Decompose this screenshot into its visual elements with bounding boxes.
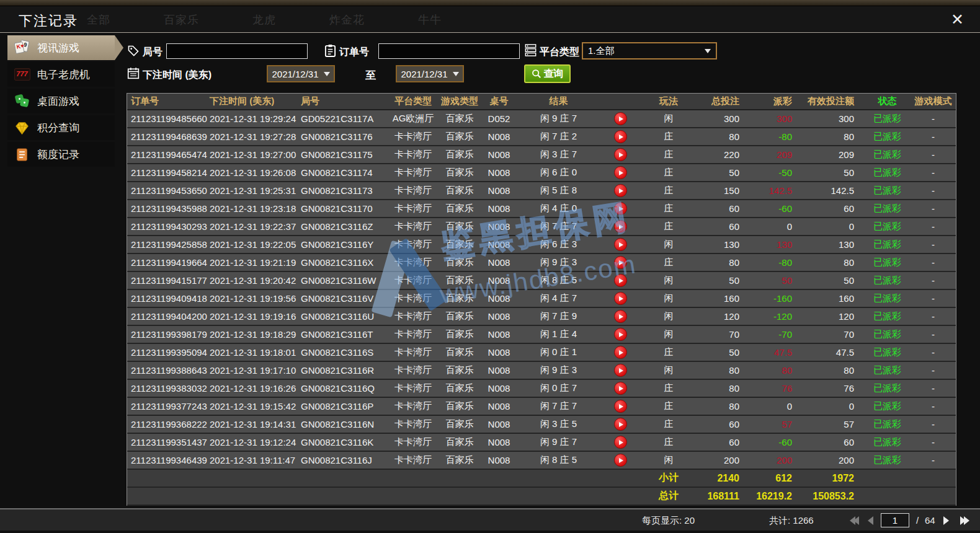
cell-payout: -70 bbox=[778, 329, 802, 340]
play-video-icon[interactable] bbox=[614, 220, 627, 233]
play-video-icon[interactable] bbox=[614, 382, 627, 395]
sidebar-item-table-games[interactable]: 桌面游戏 bbox=[7, 89, 115, 113]
play-video-icon[interactable] bbox=[614, 112, 627, 125]
cell-valid: 142.5 bbox=[831, 185, 864, 196]
chevron-down-icon bbox=[453, 72, 459, 76]
cell-game: 百家乐 bbox=[446, 364, 474, 376]
cell-result: 闲 9 庄 3 bbox=[540, 364, 577, 376]
cell-order: 211231199453650 bbox=[127, 185, 207, 196]
play-video-icon[interactable] bbox=[614, 418, 627, 431]
play-video-icon[interactable] bbox=[614, 310, 627, 323]
play-video-icon[interactable] bbox=[614, 256, 627, 269]
subtotal-bet: 2140 bbox=[717, 473, 749, 484]
table-row: 2112311993772432021-12-31 19:15:42GN0082… bbox=[127, 398, 956, 416]
cell-platform: 卡卡湾厅 bbox=[394, 275, 432, 286]
cell-time: 2021-12-31 19:26:08 bbox=[208, 167, 296, 178]
round-number-input[interactable] bbox=[166, 43, 308, 59]
cell-status: 已派彩 bbox=[873, 382, 901, 394]
table-row: 2112311993950942021-12-31 19:18:01GN0082… bbox=[127, 344, 956, 362]
cell-game: 百家乐 bbox=[446, 185, 474, 196]
search-button[interactable]: 查询 bbox=[524, 64, 571, 83]
cell-payout: -80 bbox=[778, 131, 802, 142]
order-number-input[interactable] bbox=[378, 43, 520, 59]
header-bet: 总投注 bbox=[711, 95, 749, 107]
cell-play bbox=[614, 328, 627, 341]
cell-round: GN00821C3116Z bbox=[298, 221, 373, 232]
sidebar-item-points-query[interactable]: 积分查询 bbox=[7, 115, 115, 140]
cell-game: 百家乐 bbox=[446, 311, 474, 322]
cell-status: 已派彩 bbox=[873, 131, 901, 143]
page-number-input[interactable] bbox=[881, 513, 909, 527]
sidebar-item-slot-machines[interactable]: 777电子老虎机 bbox=[7, 62, 115, 87]
cell-status: 已派彩 bbox=[873, 293, 901, 304]
cell-mode: - bbox=[932, 257, 935, 268]
play-video-icon[interactable] bbox=[614, 202, 627, 215]
cell-status: 已派彩 bbox=[873, 364, 901, 376]
cell-order: 211231199435988 bbox=[127, 203, 207, 214]
first-page-icon[interactable] bbox=[850, 516, 859, 525]
cell-table_no: N008 bbox=[488, 131, 510, 142]
cell-mode: - bbox=[932, 383, 935, 394]
play-video-icon[interactable] bbox=[614, 184, 627, 197]
play-video-icon[interactable] bbox=[614, 148, 627, 161]
sidebar-item-video-games[interactable]: 9K♥视讯游戏 bbox=[7, 35, 115, 60]
play-video-icon[interactable] bbox=[614, 454, 627, 467]
cell-playtype: 庄 bbox=[664, 203, 674, 214]
cell-valid: 300 bbox=[839, 113, 864, 124]
play-video-icon[interactable] bbox=[614, 166, 627, 179]
prev-page-icon[interactable] bbox=[868, 516, 873, 525]
cell-payout: -50 bbox=[778, 167, 802, 178]
background-menu-item: 龙虎 bbox=[252, 12, 276, 27]
cell-platform: 卡卡湾厅 bbox=[394, 149, 432, 161]
next-page-icon[interactable] bbox=[943, 516, 949, 525]
total-payout: 16219.2 bbox=[756, 491, 802, 502]
play-video-icon[interactable] bbox=[614, 346, 627, 359]
cell-round: GN00821C3116K bbox=[298, 437, 373, 447]
cell-result: 闲 7 庄 7 bbox=[540, 400, 577, 412]
play-video-icon[interactable] bbox=[614, 364, 627, 377]
background-menu-item: 牛牛 bbox=[418, 12, 442, 27]
bet-time-label: 下注时间 (美东) bbox=[143, 69, 212, 82]
cell-playtype: 庄 bbox=[664, 418, 674, 430]
platform-type-select[interactable]: 1.全部 bbox=[582, 42, 717, 59]
play-video-icon[interactable] bbox=[614, 328, 627, 341]
cell-round: GN00821C31173 bbox=[298, 185, 373, 196]
cell-bet: 130 bbox=[724, 239, 749, 250]
sidebar-item-quota-records[interactable]: 额度记录 bbox=[7, 142, 115, 167]
cell-playtype: 庄 bbox=[664, 131, 674, 143]
cell-status: 已派彩 bbox=[873, 257, 901, 268]
play-video-icon[interactable] bbox=[614, 400, 627, 413]
table-row: 2112311994151772021-12-31 19:20:42GN0082… bbox=[127, 272, 956, 290]
background-menu-item: 百家乐 bbox=[164, 12, 199, 27]
cell-platform: 卡卡湾厅 bbox=[394, 131, 432, 143]
cell-platform: 卡卡湾厅 bbox=[394, 364, 432, 376]
cell-game: 百家乐 bbox=[446, 382, 474, 394]
table-games-icon bbox=[14, 94, 30, 108]
cell-valid: 57 bbox=[844, 419, 864, 429]
cell-table_no: N008 bbox=[488, 275, 510, 286]
cell-time: 2021-12-31 19:14:31 bbox=[208, 419, 296, 429]
cell-status: 已派彩 bbox=[873, 167, 901, 178]
cell-result: 闲 7 庄 7 bbox=[540, 221, 577, 232]
date-from-select[interactable]: 2021/12/31 bbox=[267, 65, 335, 82]
play-video-icon[interactable] bbox=[614, 292, 627, 305]
cell-playtype: 闲 bbox=[664, 328, 674, 340]
cell-game: 百家乐 bbox=[446, 436, 474, 448]
cell-status: 已派彩 bbox=[873, 418, 901, 430]
cell-play bbox=[614, 400, 627, 413]
clipboard-icon bbox=[324, 44, 336, 59]
last-page-icon[interactable] bbox=[960, 516, 969, 525]
play-video-icon[interactable] bbox=[614, 130, 627, 143]
cell-valid: 50 bbox=[844, 167, 864, 178]
cell-valid: 0 bbox=[849, 221, 864, 232]
date-to-select[interactable]: 2021/12/31 bbox=[396, 65, 464, 82]
dimmed-lobby-menu: 全部百家乐龙虎炸金花牛牛 bbox=[87, 6, 442, 33]
search-button-label: 查询 bbox=[544, 68, 564, 81]
play-video-icon[interactable] bbox=[614, 238, 627, 251]
cell-status: 已派彩 bbox=[873, 239, 901, 250]
play-video-icon[interactable] bbox=[614, 274, 627, 287]
play-video-icon[interactable] bbox=[614, 436, 627, 449]
table-row: 2112311993514372021-12-31 19:12:24GN0082… bbox=[127, 434, 956, 452]
close-icon[interactable]: ✕ bbox=[951, 11, 964, 28]
cell-playtype: 闲 bbox=[664, 311, 674, 322]
